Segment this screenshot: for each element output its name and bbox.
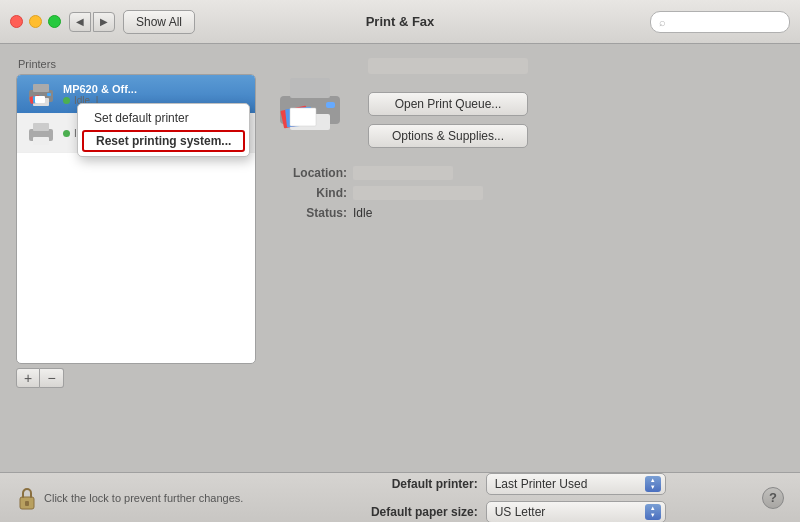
default-printer-value: Last Printer Used [495,477,588,491]
status-label: Status: [272,206,347,220]
add-printer-button[interactable]: + [16,368,40,388]
kind-value-bar [353,186,483,200]
svg-rect-8 [33,123,49,131]
context-menu-set-default[interactable]: Set default printer [78,107,249,129]
lock-text: Click the lock to prevent further change… [44,492,243,504]
list-controls: + − [16,368,256,388]
default-printer-dropdown-wrapper: Last Printer Used ▲ ▼ [486,473,666,495]
lock-area: Click the lock to prevent further change… [16,485,243,511]
printers-list: MP620 & Off... Idle, L [16,74,256,364]
svg-rect-16 [290,108,316,126]
printer-detail-top: Open Print Queue... Options & Supplies..… [272,58,784,148]
printers-panel: Printers MP620 & [16,58,256,458]
action-buttons: Open Print Queue... Options & Supplies..… [368,58,784,148]
paper-size-dropdown-arrow-icon: ▲ ▼ [645,504,661,520]
default-paper-size-value: US Letter [495,505,546,519]
default-paper-size-row: Default paper size: US Letter ▲ ▼ [348,501,666,523]
minimize-button[interactable] [29,15,42,28]
traffic-lights [10,15,61,28]
location-row: Location: [272,166,784,180]
svg-rect-9 [33,137,49,145]
svg-rect-18 [25,501,29,506]
big-printer-icon [272,68,352,138]
default-paper-size-dropdown[interactable]: US Letter ▲ ▼ [486,501,666,523]
svg-rect-3 [47,93,51,96]
status-dot-selected [63,97,70,104]
options-supplies-button[interactable]: Options & Supplies... [368,124,528,148]
maximize-button[interactable] [48,15,61,28]
open-print-queue-button[interactable]: Open Print Queue... [368,92,528,116]
forward-button[interactable]: ▶ [93,12,115,32]
status-dot-2 [63,130,70,137]
lock-icon[interactable] [16,485,38,511]
default-printer-row: Default printer: Last Printer Used ▲ ▼ [348,473,666,495]
search-icon: ⌕ [659,16,666,28]
printer-icon-2 [25,119,57,147]
kind-label: Kind: [272,186,347,200]
show-all-button[interactable]: Show All [123,10,195,34]
default-paper-size-label: Default paper size: [348,505,478,519]
search-input[interactable] [670,15,781,29]
nav-buttons: ◀ ▶ [69,12,115,32]
remove-printer-button[interactable]: − [40,368,64,388]
bottom-bar: Click the lock to prevent further change… [0,472,800,522]
back-button[interactable]: ◀ [69,12,91,32]
detail-fields: Location: Kind: Status: Idle [272,166,784,226]
help-button[interactable]: ? [762,487,784,509]
svg-rect-1 [33,84,49,92]
status-value: Idle [353,206,372,220]
location-value-bar [353,166,453,180]
close-button[interactable] [10,15,23,28]
dropdown-arrow-icon: ▲ ▼ [645,476,661,492]
kind-row: Kind: [272,186,784,200]
printers-section-label: Printers [16,58,256,70]
default-printer-dropdown[interactable]: Last Printer Used ▲ ▼ [486,473,666,495]
printer-icon-selected [25,80,57,108]
printer-name-selected: MP620 & Off... [63,83,247,95]
status-row: Status: Idle [272,206,784,220]
default-printer-label: Default printer: [348,477,478,491]
svg-rect-13 [326,102,335,108]
svg-rect-6 [35,96,45,103]
main-content: Printers MP620 & [0,44,800,472]
context-menu-reset[interactable]: Reset printing system... [82,130,245,152]
location-label: Location: [272,166,347,180]
title-bar: ◀ ▶ Show All Print & Fax ⌕ [0,0,800,44]
printer-name-bar [368,58,528,74]
window-title: Print & Fax [366,14,435,29]
context-menu: Set default printer Reset printing syste… [77,103,250,157]
bottom-fields: Default printer: Last Printer Used ▲ ▼ D… [251,473,762,523]
default-paper-size-dropdown-wrapper: US Letter ▲ ▼ [486,501,666,523]
right-panel: Open Print Queue... Options & Supplies..… [272,58,784,458]
search-box[interactable]: ⌕ [650,11,790,33]
svg-rect-11 [290,78,330,98]
